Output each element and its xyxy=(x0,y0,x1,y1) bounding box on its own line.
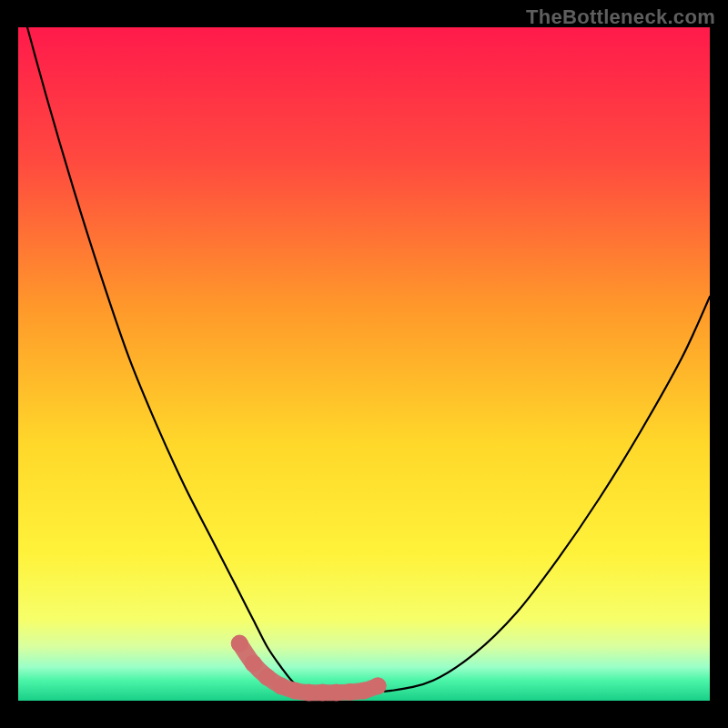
marker-dot xyxy=(369,677,387,694)
marker-dot xyxy=(231,635,248,652)
chart-stage: TheBottleneck.com xyxy=(0,0,728,728)
plot-background xyxy=(18,27,710,701)
marker-dot xyxy=(245,655,262,672)
watermark-text: TheBottleneck.com xyxy=(526,5,715,29)
bottleneck-chart xyxy=(0,0,728,728)
